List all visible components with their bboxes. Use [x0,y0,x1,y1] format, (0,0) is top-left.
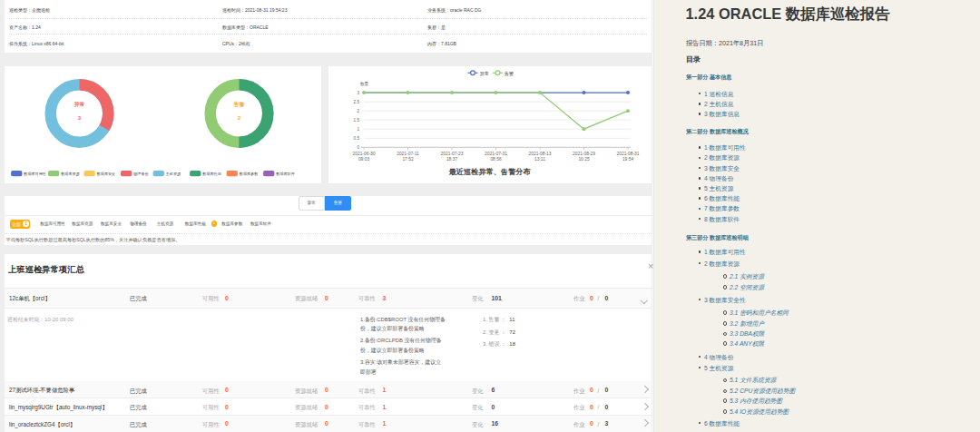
svg-text:数据库安全: 数据库安全 [97,172,115,176]
svg-text:2021-08-29: 2021-08-29 [573,152,595,156]
svg-text:数据库软件: 数据库软件 [276,172,294,176]
svg-text:10:25: 10:25 [578,157,590,162]
svg-text:2021-08-31: 2021-08-31 [616,152,639,156]
svg-text:3: 3 [78,115,82,121]
svg-text:3: 3 [357,91,359,95]
svg-text:19:54: 19:54 [622,157,634,162]
svg-text:09:03: 09:03 [358,157,370,162]
svg-text:2021-06-30: 2021-06-30 [352,152,375,156]
svg-text:17:52: 17:52 [402,157,414,162]
svg-text:数据库参数: 数据库参数 [240,172,258,176]
svg-text:2: 2 [238,115,241,121]
svg-text:2021-07-31: 2021-07-31 [485,152,507,156]
svg-text:2021-07-23: 2021-07-23 [440,152,463,156]
svg-text:异常: 异常 [74,101,85,107]
svg-text:2: 2 [357,109,359,113]
svg-text:13:11: 13:11 [534,157,545,162]
svg-text:主机资源: 主机资源 [165,172,181,176]
svg-text:数据库可用性: 数据库可用性 [24,172,46,176]
svg-text:2021-08-13: 2021-08-13 [528,152,551,156]
svg-text:2021-07-11: 2021-07-11 [397,152,419,156]
svg-text:物理备份: 物理备份 [132,172,148,177]
svg-text:数据库性能: 数据库性能 [202,172,220,176]
svg-text:异常: 异常 [480,71,489,76]
svg-text:1.5: 1.5 [354,118,360,123]
svg-text:0.5: 0.5 [354,136,360,141]
svg-text:0: 0 [357,145,359,150]
svg-text:告警: 告警 [505,71,514,77]
svg-text:数量: 数量 [360,82,369,86]
svg-text:数据库资源: 数据库资源 [61,172,80,176]
svg-text:告警: 告警 [233,101,245,108]
svg-text:1: 1 [357,127,359,132]
svg-text:08:56: 08:56 [490,157,502,162]
svg-text:2.5: 2.5 [354,100,360,104]
svg-text:18:37: 18:37 [446,157,458,162]
svg-text:最近巡检异常、告警分布: 最近巡检异常、告警分布 [448,167,532,176]
